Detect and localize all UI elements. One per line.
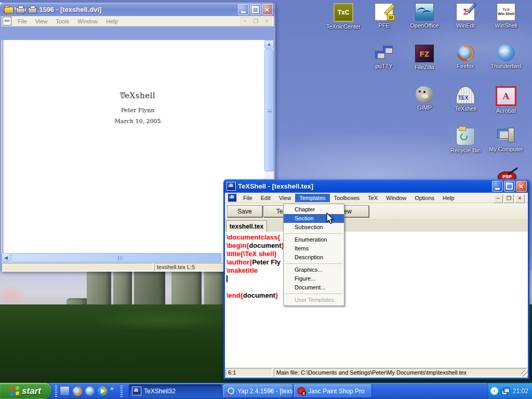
menu-item-section[interactable]: Section (284, 214, 344, 223)
psp-task-icon (297, 387, 305, 395)
texshell-child-minimize-button[interactable]: ‒ (493, 194, 503, 203)
yap-menu-tools[interactable]: Tools (51, 17, 73, 25)
media-player-quicklaunch-icon[interactable] (97, 385, 108, 396)
internet-explorer-quicklaunch-icon[interactable] (59, 385, 70, 396)
texshell-menu-help[interactable]: Help (438, 194, 459, 202)
menu-item-subsection[interactable]: Subsection (284, 223, 344, 232)
dvi-document-icon: DVI (3, 17, 11, 25)
scroll-left-button[interactable]: ◀ (2, 253, 10, 262)
quicklaunch-overflow-chevron[interactable]: » (110, 384, 114, 392)
texshell-editor[interactable]: \documentclass{\begin{document}\title{\T… (225, 232, 528, 367)
yap-close-button[interactable]: × (262, 4, 273, 15)
task-button-texshell[interactable]: TeXShell32 (129, 384, 222, 397)
desktop-icon-putty[interactable]: puTTY (364, 45, 404, 69)
texshell-toolbar: SaveTeXPreview (225, 203, 528, 219)
task-button-psp[interactable]: Jasc Paint Shop Pro (294, 384, 371, 397)
acrobat-icon: A (496, 86, 516, 106)
desktop-icon-label: TeXnicCenter (324, 23, 363, 30)
texshell-menu-options[interactable]: Options (410, 194, 438, 202)
texshell-menu-templates[interactable]: Templates (295, 194, 329, 202)
taskband-drag-handle[interactable] (121, 385, 123, 397)
texshell-maximize-button[interactable] (504, 181, 515, 192)
desktop-icon-label: GIMP (405, 104, 444, 111)
network-status-icon[interactable] (501, 388, 510, 395)
texshell-menu-edit[interactable]: Edit (257, 194, 275, 202)
desktop-icon-winshell[interactable]: TeXWin ShellWinShell (486, 3, 526, 29)
thunderbird-quicklaunch-icon[interactable] (84, 385, 95, 396)
menu-item-chapter[interactable]: Chapter (284, 205, 344, 214)
menu-item-graphics[interactable]: Graphics... (284, 265, 344, 274)
scroll-up-button[interactable]: ▲ (264, 40, 274, 49)
desktop-icon-label: OpenOffice (405, 22, 444, 29)
desktop-icon-filezilla[interactable]: FZFileZilla (405, 45, 444, 70)
texshell-minimize-button[interactable] (492, 181, 503, 192)
wallpaper-sunset-glow (0, 285, 26, 305)
yap-menu-file[interactable]: File (14, 17, 31, 25)
winedt-icon: Σ (456, 3, 475, 21)
texniccenter-icon: TxC (334, 3, 353, 22)
menu-item-description[interactable]: Description (284, 253, 344, 262)
yap-menubar: DVI FileViewToolsWindowHelp ‒ ❐ × (2, 16, 274, 26)
stonehenge-stone (171, 271, 202, 307)
texshell-menu-tex[interactable]: TeX (364, 194, 382, 202)
desktop-icon-firefox[interactable]: Firefox (446, 45, 485, 69)
yap-child-close-button[interactable]: × (262, 17, 272, 26)
desktop-icon-winedt[interactable]: ΣWinEdt (446, 3, 485, 29)
menu-item-enumeration[interactable]: Enumeration (284, 235, 344, 244)
dvi-document-content: TeXshell Peter Flynn March 10, 2005 (94, 91, 182, 125)
texshell-child-restore-button[interactable]: ❐ (504, 194, 514, 203)
texshell-child-close-button[interactable]: × (515, 194, 525, 203)
editor-line-1: \documentclass{ (227, 233, 280, 242)
task-button-label: Yap 2.4.1596 - [texs... (237, 388, 292, 395)
quicklaunch-drag-handle[interactable] (55, 385, 57, 397)
texshell-close-button[interactable]: × (516, 181, 527, 192)
desktop-icon-acrobat[interactable]: AAcrobat (486, 86, 526, 114)
menu-item-figure[interactable]: Figure... (284, 274, 344, 283)
menu-separator (285, 294, 343, 294)
icon-glyph: FZ (420, 49, 429, 58)
dvi-date-text: March 10, 2005 (94, 118, 182, 125)
texshell-menu-view[interactable]: View (275, 194, 296, 202)
yap-child-restore-button[interactable]: ❐ (251, 17, 261, 26)
menu-item-document[interactable]: Document... (284, 283, 344, 292)
menu-item-items[interactable]: Items (284, 244, 344, 253)
desktop-icon-mycomputer[interactable]: My Computer (486, 128, 526, 152)
desktop-icon-recyclebin[interactable]: Recycle Bin (446, 128, 485, 153)
desktop-icon-gimp[interactable]: GIMP (405, 86, 444, 111)
texshell-menu-file[interactable]: File (239, 194, 257, 202)
icon-glyph: Σ (463, 7, 469, 17)
desktop-icon-openoffice[interactable]: OpenOffice (405, 3, 444, 29)
yap-menu-window[interactable]: Window (73, 17, 102, 25)
gimp-icon (416, 86, 433, 103)
tray-collapse-chevron-icon[interactable]: ‹ (490, 387, 498, 395)
editor-line-2: \begin{document} (227, 242, 284, 250)
editor-line-4: \author{Peter Fly (227, 258, 281, 267)
yap-titlebar[interactable]: Yap 2.4.1596 - [texshell.dvi] × (0, 3, 275, 16)
firefox-quicklaunch-icon[interactable] (72, 385, 83, 396)
texshell-app-icon (227, 182, 236, 191)
stonehenge-stone (204, 271, 225, 308)
yap-menu-view[interactable]: View (31, 17, 52, 25)
yap-maximize-button[interactable] (250, 4, 261, 15)
yap-child-minimize-button[interactable]: ‒ (240, 17, 250, 26)
tab-texshell-tex[interactable]: texshell.tex (226, 220, 267, 232)
desktop-icon-thunderbird[interactable]: Thunderbird (486, 45, 526, 69)
system-tray: ‹ 21:02 (487, 383, 532, 399)
task-button-yap[interactable]: Yap 2.4.1596 - [texs... (223, 384, 292, 397)
save-button[interactable]: Save (227, 205, 262, 217)
start-button[interactable]: start (0, 383, 51, 399)
yap-minimize-button[interactable] (238, 4, 249, 15)
stonehenge-stone (87, 271, 111, 309)
desktop-icon-label: puTTY (364, 63, 404, 69)
desktop-icon-texshell[interactable]: TEXTeXshell (446, 86, 485, 112)
vertical-scroll-thumb[interactable] (264, 49, 274, 171)
desktop-icon-texniccenter[interactable]: TxCTeXnicCenter (324, 3, 363, 30)
desktop-icon-pfe[interactable]: 32PFE (364, 3, 404, 29)
desktop-icon-label: WinEdt (446, 22, 485, 29)
yap-menu-help[interactable]: Help (102, 17, 122, 25)
texshell-menu-toolboxes[interactable]: Toolboxes (330, 194, 364, 202)
horizontal-scroll-thumb[interactable] (11, 253, 221, 262)
window-resize-grip[interactable] (521, 370, 528, 377)
texshell-menu-window[interactable]: Window (382, 194, 410, 202)
texshell-titlebar[interactable]: TeXShell - [texshell.tex] × (223, 179, 529, 193)
